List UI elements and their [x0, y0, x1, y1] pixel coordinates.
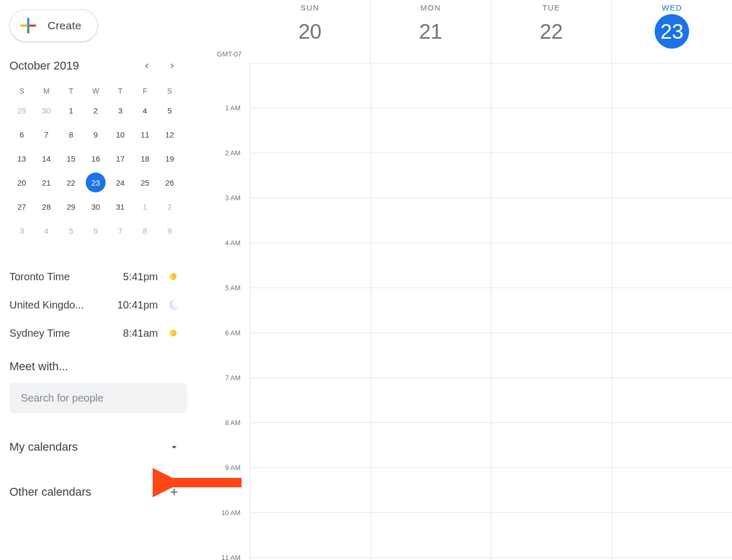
mini-cal-day[interactable]: 4: [34, 219, 59, 243]
chevron-down-icon: [166, 439, 182, 455]
mini-cal-day[interactable]: 30: [83, 195, 108, 219]
mini-cal-day[interactable]: 8: [59, 122, 83, 146]
mini-cal-day[interactable]: 29: [9, 98, 34, 122]
my-calendars-label: My calendars: [9, 440, 78, 454]
world-clock-row: Sydney Time8:41am: [9, 319, 182, 347]
mini-cal-dow: F: [133, 84, 157, 98]
mini-cal-day[interactable]: 6: [83, 219, 108, 243]
mini-calendar: SMTWTFS 29301234567891011121314151617181…: [9, 84, 182, 243]
mini-cal-day[interactable]: 12: [157, 122, 182, 146]
day-header-row: SUN20MON21TUE22WED23: [209, 0, 732, 63]
world-clock-time: 10:41pm: [117, 299, 158, 311]
mini-cal-day[interactable]: 21: [34, 170, 59, 195]
plus-multicolor-icon: [18, 16, 38, 36]
mini-cal-day[interactable]: 1: [59, 98, 83, 122]
next-month-button[interactable]: [165, 59, 180, 73]
sidebar: Create October 2019 SMTWTFS 293012345678…: [0, 0, 188, 505]
mini-cal-day[interactable]: 18: [133, 146, 157, 170]
mini-calendar-month: October 2019: [9, 59, 79, 73]
hour-label: 8 AM: [209, 419, 246, 427]
day-number: 21: [414, 14, 448, 49]
mini-cal-day[interactable]: 10: [108, 122, 133, 146]
svg-rect-0: [27, 25, 29, 27]
mini-cal-day[interactable]: 19: [157, 146, 182, 170]
mini-cal-day[interactable]: 31: [108, 195, 133, 219]
mini-cal-day[interactable]: 5: [157, 98, 182, 122]
create-button[interactable]: Create: [9, 9, 98, 42]
mini-cal-day[interactable]: 7: [34, 122, 59, 146]
mini-cal-day[interactable]: 2: [83, 98, 108, 122]
mini-cal-day[interactable]: 14: [34, 146, 59, 170]
sun-icon: [166, 326, 180, 340]
day-number: 23: [655, 14, 689, 49]
world-clocks: Toronto Time5:41pmUnited Kingdo...10:41p…: [9, 262, 182, 347]
sun-icon: [166, 270, 180, 283]
mini-cal-day[interactable]: 28: [34, 195, 59, 219]
mini-cal-day[interactable]: 15: [59, 146, 83, 170]
chevron-right-icon: [168, 61, 177, 71]
mini-calendar-header: October 2019: [9, 59, 182, 73]
my-calendars-toggle[interactable]: My calendars: [9, 436, 182, 460]
mini-cal-day[interactable]: 7: [108, 219, 133, 243]
day-column-header[interactable]: WED23: [611, 0, 732, 63]
mini-cal-day[interactable]: 23: [83, 170, 108, 195]
mini-cal-day[interactable]: 1: [133, 195, 157, 219]
mini-cal-day[interactable]: 25: [133, 170, 157, 195]
mini-cal-day[interactable]: 4: [133, 98, 157, 122]
prev-month-button[interactable]: [139, 59, 154, 73]
timezone-label: GMT-07: [209, 50, 246, 58]
day-gridline: [491, 63, 491, 560]
mini-cal-day[interactable]: 26: [157, 170, 182, 195]
mini-cal-day[interactable]: 24: [108, 170, 133, 195]
mini-cal-day[interactable]: 16: [83, 146, 108, 170]
day-of-week-label: SUN: [301, 3, 319, 12]
hour-label: 10 AM: [209, 509, 246, 517]
hour-label: 2 AM: [209, 149, 246, 157]
mini-cal-day[interactable]: 17: [108, 146, 133, 170]
hour-label: 7 AM: [209, 374, 246, 382]
mini-cal-day[interactable]: 22: [59, 170, 83, 195]
search-people-input[interactable]: [9, 383, 187, 413]
time-grid[interactable]: 1 AM2 AM3 AM4 AM5 AM6 AM7 AM8 AM9 AM10 A…: [209, 63, 732, 560]
mini-cal-day[interactable]: 6: [9, 122, 34, 146]
hour-label: 11 AM: [209, 554, 246, 561]
mini-cal-day[interactable]: 13: [9, 146, 34, 170]
mini-cal-dow: M: [34, 84, 59, 98]
world-clock-name: Toronto Time: [9, 271, 70, 283]
add-other-calendar-button[interactable]: [166, 484, 182, 500]
day-gridline: [371, 63, 371, 560]
world-clock-name: United Kingdo...: [9, 299, 84, 311]
mini-cal-day[interactable]: 3: [108, 98, 133, 122]
day-of-week-label: WED: [661, 3, 682, 12]
mini-cal-day[interactable]: 9: [83, 122, 108, 146]
mini-cal-dow: T: [108, 84, 133, 98]
other-calendars-row: Other calendars: [9, 481, 182, 505]
day-gridline: [250, 63, 250, 560]
create-button-label: Create: [48, 19, 82, 32]
other-calendars-label: Other calendars: [9, 485, 92, 499]
mini-cal-day[interactable]: 30: [34, 98, 59, 122]
mini-cal-dow: W: [83, 84, 108, 98]
mini-cal-day[interactable]: 27: [9, 195, 34, 219]
meet-with-heading: Meet with...: [9, 360, 182, 373]
mini-cal-day[interactable]: 9: [157, 219, 182, 243]
mini-cal-dow: S: [157, 84, 182, 98]
day-column-header[interactable]: MON21: [370, 0, 491, 63]
day-column-header[interactable]: TUE22: [491, 0, 612, 63]
day-gridline: [612, 63, 612, 560]
day-column-header[interactable]: SUN20: [250, 0, 370, 63]
hour-label: 4 AM: [209, 239, 246, 247]
mini-cal-day[interactable]: 29: [59, 195, 83, 219]
mini-cal-day[interactable]: 11: [133, 122, 157, 146]
mini-cal-dow: T: [59, 84, 83, 98]
mini-cal-day[interactable]: 2: [157, 195, 182, 219]
hour-label: 1 AM: [209, 104, 246, 112]
hour-label: 5 AM: [209, 284, 246, 292]
mini-cal-day[interactable]: 3: [9, 219, 34, 243]
mini-cal-day[interactable]: 5: [59, 219, 83, 243]
chevron-left-icon: [142, 61, 151, 71]
mini-cal-day[interactable]: 20: [9, 170, 34, 195]
mini-cal-dow: S: [9, 84, 34, 98]
mini-cal-day[interactable]: 8: [133, 219, 157, 243]
calendar-lists: My calendars Other calendars: [9, 436, 182, 505]
